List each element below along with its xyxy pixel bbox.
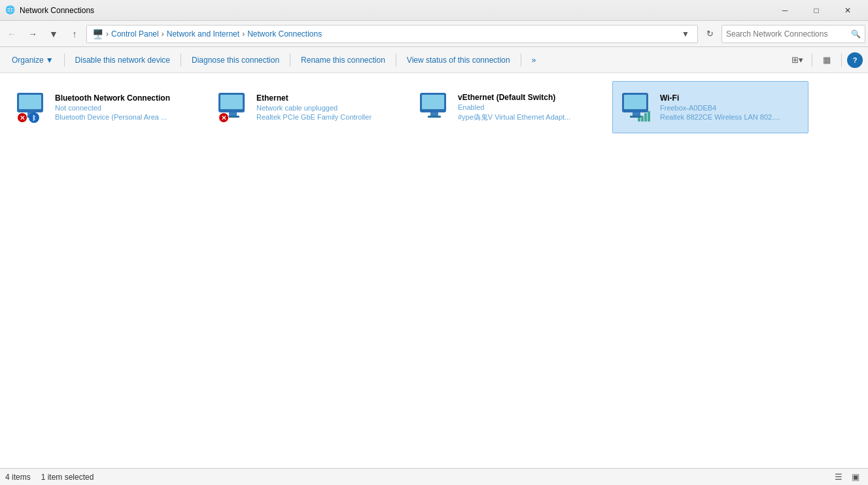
breadcrumb-network-internet[interactable]: Network and Internet	[167, 29, 239, 39]
diagnose-connection-button[interactable]: Diagnose this connection	[185, 50, 286, 70]
ethernet-info: Ethernet Network cable unplugged Realtek…	[256, 93, 398, 121]
rename-label: Rename this connection	[301, 56, 385, 65]
search-box[interactable]: 🔍	[721, 25, 865, 43]
toolbar-separator-6	[812, 54, 812, 67]
toolbar-separator-5	[521, 54, 521, 67]
svg-rect-24	[638, 118, 640, 122]
view-status-label: View status of this connection	[407, 56, 510, 65]
view-status-button[interactable]: View status of this connection	[400, 50, 517, 70]
more-options-button[interactable]: »	[525, 50, 543, 70]
view-options-icon: ⊞	[791, 55, 799, 65]
breadcrumb-network-connections[interactable]: Network Connections	[247, 29, 322, 39]
toolbar: Organize ▼ Disable this network device D…	[0, 47, 868, 73]
bluetooth-icon: ✕ ᛒ	[16, 92, 47, 123]
connection-vethernet[interactable]: vEthernet (Default Switch) Enabled #ype偽…	[411, 81, 607, 133]
forward-button[interactable]: →	[24, 25, 42, 43]
toolbar-separator-4	[396, 54, 396, 67]
status-right: ☰ ▣	[831, 470, 863, 484]
wifi-connection-svg	[621, 92, 652, 123]
refresh-button[interactable]: ↻	[701, 25, 719, 43]
svg-text:ᛒ: ᛒ	[32, 114, 36, 122]
bluetooth-info: Bluetooth Network Connection Not connect…	[55, 93, 196, 121]
toolbar-separator-3	[290, 54, 290, 67]
wifi-info: Wi-Fi Freebox-A0DEB4 Realtek 8822CE Wire…	[660, 93, 800, 121]
wifi-name: Wi-Fi	[660, 93, 800, 103]
connection-ethernet[interactable]: ✕ Ethernet Network cable unplugged Realt…	[209, 81, 406, 133]
status-bar: 4 items 1 item selected ☰ ▣	[0, 468, 868, 485]
vethernet-status: Enabled	[458, 103, 599, 111]
svg-rect-21	[624, 95, 646, 109]
search-input[interactable]	[726, 29, 851, 39]
disable-network-label: Disable this network device	[75, 56, 170, 65]
breadcrumb: 🖥️ › Control Panel › Network and Interne…	[92, 29, 322, 39]
bluetooth-name: Bluetooth Network Connection	[55, 93, 196, 103]
address-dropdown-button[interactable]: ▼	[679, 29, 692, 39]
bluetooth-connection-svg: ✕ ᛒ	[16, 92, 47, 123]
search-icon: 🔍	[851, 29, 861, 39]
disable-network-device-button[interactable]: Disable this network device	[69, 50, 177, 70]
bluetooth-adapter: Bluetooth Device (Personal Area ...	[55, 113, 196, 121]
svg-rect-1	[19, 95, 41, 109]
content-area: ✕ ᛒ Bluetooth Network Connection Not con…	[0, 73, 868, 468]
close-button[interactable]: ✕	[833, 0, 863, 21]
toolbar-separator-1	[64, 54, 65, 67]
preview-pane-button[interactable]: ▦	[818, 51, 836, 69]
svg-rect-22	[633, 112, 640, 116]
details-view-button[interactable]: ☰	[831, 470, 846, 484]
more-icon: »	[532, 56, 536, 65]
item-count: 4 items	[5, 473, 31, 482]
vethernet-info: vEthernet (Default Switch) Enabled #ype偽…	[458, 93, 599, 122]
svg-rect-25	[641, 116, 644, 122]
toolbar-separator-2	[181, 54, 181, 67]
wifi-adapter: Realtek 8822CE Wireless LAN 802....	[660, 113, 800, 121]
vethernet-adapter: #ype偽鬼V Virtual Ethernet Adapt...	[458, 112, 599, 122]
ethernet-status: Network cable unplugged	[256, 104, 398, 112]
address-bar: ← → ▼ ↑ 🖥️ › Control Panel › Network and…	[0, 21, 868, 47]
address-path[interactable]: 🖥️ › Control Panel › Network and Interne…	[86, 25, 698, 43]
svg-rect-10	[220, 95, 243, 109]
toolbar-separator-7	[841, 54, 842, 67]
svg-rect-17	[422, 95, 444, 109]
svg-text:✕: ✕	[221, 114, 226, 122]
svg-rect-18	[430, 112, 438, 116]
vethernet-connection-svg	[419, 92, 450, 123]
organize-label: Organize	[12, 56, 44, 65]
minimize-button[interactable]: ─	[770, 0, 800, 21]
svg-rect-26	[644, 113, 647, 122]
organize-chevron-icon: ▼	[46, 56, 54, 65]
window-controls: ─ □ ✕	[770, 0, 863, 21]
selected-count: 1 item selected	[41, 473, 94, 482]
ethernet-icon: ✕	[217, 92, 249, 123]
title-bar: 🌐 Network Connections ─ □ ✕	[0, 0, 868, 21]
vethernet-icon	[419, 92, 450, 123]
connection-bluetooth[interactable]: ✕ ᛒ Bluetooth Network Connection Not con…	[8, 81, 204, 133]
change-view-button[interactable]: ⊞ ▾	[788, 51, 807, 69]
toolbar-right: ⊞ ▾ ▦ ?	[788, 51, 863, 69]
svg-rect-11	[229, 112, 237, 116]
large-icons-button[interactable]: ▣	[848, 470, 863, 484]
ethernet-name: Ethernet	[256, 93, 398, 103]
organize-button[interactable]: Organize ▼	[5, 50, 60, 70]
window-icon: 🌐	[5, 5, 16, 16]
preview-icon: ▦	[823, 55, 831, 65]
vethernet-name: vEthernet (Default Switch)	[458, 93, 599, 102]
ethernet-connection-svg: ✕	[217, 92, 249, 123]
view-dropdown-icon: ▾	[799, 55, 803, 65]
rename-connection-button[interactable]: Rename this connection	[294, 50, 392, 70]
wifi-status: Freebox-A0DEB4	[660, 104, 800, 112]
recent-locations-button[interactable]: ▼	[44, 25, 63, 43]
svg-rect-27	[648, 111, 650, 122]
connection-wifi[interactable]: Wi-Fi Freebox-A0DEB4 Realtek 8822CE Wire…	[612, 81, 808, 133]
svg-text:✕: ✕	[20, 114, 25, 122]
maximize-button[interactable]: □	[801, 0, 831, 21]
back-button[interactable]: ←	[3, 25, 21, 43]
diagnose-label: Diagnose this connection	[192, 56, 279, 65]
ethernet-adapter: Realtek PCIe GbE Family Controller	[256, 113, 398, 121]
up-button[interactable]: ↑	[65, 25, 84, 43]
breadcrumb-control-panel[interactable]: Control Panel	[111, 29, 159, 39]
window-title: Network Connections	[20, 6, 770, 15]
bluetooth-status: Not connected	[55, 104, 196, 112]
svg-rect-19	[428, 116, 441, 118]
wifi-icon	[621, 92, 652, 123]
help-button[interactable]: ?	[847, 52, 863, 68]
